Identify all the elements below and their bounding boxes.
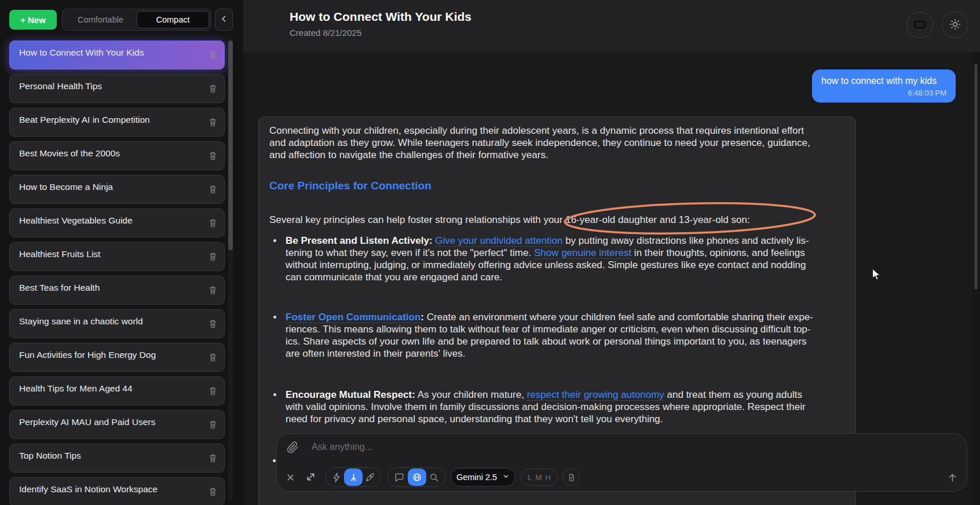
chat-list-item[interactable]: Fun Activities for High Energy Dog (9, 343, 225, 372)
delete-chat-button[interactable] (209, 84, 217, 93)
chat-list-item[interactable]: Staying sane in a chaotic world (9, 309, 225, 338)
lightning-button[interactable] (331, 472, 342, 483)
chat-list-item[interactable]: Best Teas for Health (9, 276, 225, 305)
delete-chat-button[interactable] (209, 50, 217, 60)
bullet-item: Foster Open Communication: Create an env… (286, 311, 813, 360)
inline-link[interactable]: Foster Open Communication (286, 312, 420, 323)
trash-icon (209, 288, 217, 297)
bullet-dot (273, 393, 276, 396)
theme-toggle-button[interactable] (942, 12, 968, 38)
scroll-to-top-arrow[interactable] (946, 471, 959, 486)
expand-button[interactable] (305, 471, 317, 483)
web-search-button[interactable] (408, 469, 426, 486)
density-option[interactable]: Compact (137, 11, 209, 28)
new-chat-button[interactable]: + New (9, 10, 57, 30)
text-segment: riences. This means allowing them to tal… (286, 324, 810, 335)
density-option[interactable]: Comfortable (64, 11, 137, 28)
trash-icon (209, 456, 217, 464)
chat-list-item[interactable]: Perplexity AI MAU and Paid Users (9, 410, 225, 439)
attach-button[interactable] (286, 441, 299, 454)
message-timestamp: 6:48:03 PM (821, 89, 946, 97)
text-segment: tening to what they say, even if it's no… (286, 247, 534, 258)
delete-chat-button[interactable] (209, 218, 217, 228)
delete-chat-button[interactable] (209, 286, 217, 295)
display-mode-button[interactable] (906, 12, 933, 38)
chat-list-item[interactable]: How to Connect With Your Kids (9, 41, 225, 69)
inline-link[interactable]: Show genuine interest (534, 247, 631, 258)
delete-chat-button[interactable] (209, 453, 217, 463)
chat-list-item[interactable]: Healthiest Vegetables Guide (9, 208, 225, 237)
chevron-down-icon (502, 473, 510, 482)
delete-chat-button[interactable] (209, 319, 217, 328)
bullet-dot (273, 316, 276, 319)
delete-chat-button[interactable] (209, 252, 217, 261)
trash-icon (209, 321, 217, 330)
chat-title: Best Movies of the 2000s (19, 148, 120, 158)
close-button[interactable] (286, 473, 295, 482)
delete-chat-button[interactable] (209, 420, 217, 429)
rocket-button[interactable] (364, 472, 375, 483)
text-segment: need for privacy and personal space, und… (286, 413, 663, 425)
chat-list-item[interactable]: Beat Perplexity AI in Competition (9, 108, 225, 137)
tools-pill (387, 467, 446, 487)
inline-link[interactable]: respect their growing autonomy (527, 389, 664, 400)
text-segment: Create an environment where your childre… (424, 312, 813, 323)
chat-title: How to Become a Ninja (19, 182, 113, 192)
chat-list-item[interactable]: Top Notion Tips (9, 444, 225, 473)
delete-chat-button[interactable] (209, 487, 217, 496)
search-button[interactable] (429, 472, 440, 483)
section-heading: Core Principles for Connection (269, 180, 432, 192)
bullet-item: Encourage Mutual Respect: As your childr… (286, 389, 806, 425)
chat-list-item[interactable]: Healthiest Fruits List (9, 242, 225, 271)
sidebar-collapse-button[interactable] (215, 9, 233, 31)
text-segment: Several key principles can help foster s… (269, 214, 750, 225)
chevron-left-icon (220, 14, 228, 25)
effort-level-button[interactable]: L (528, 473, 532, 482)
chat-list-item[interactable]: Personal Health Tips (9, 74, 225, 103)
chat-header: How to Connect With Your Kids Created 8/… (243, 0, 980, 52)
trash-icon (209, 422, 217, 431)
message-input[interactable] (310, 441, 834, 453)
chat-list-item[interactable]: Best Movies of the 2000s (9, 141, 225, 170)
chat-bubble-button[interactable] (394, 472, 405, 483)
main-scrollbar-thumb[interactable] (974, 64, 978, 290)
chat-title: Healthiest Vegetables Guide (19, 215, 133, 225)
tree-mode-button[interactable] (344, 469, 363, 486)
trash-icon (209, 355, 217, 364)
document-button[interactable] (562, 469, 580, 486)
delete-chat-button[interactable] (209, 151, 217, 160)
model-selector[interactable]: Gemini 2.5 (451, 468, 515, 486)
document-icon (567, 473, 576, 482)
chat-list-item[interactable]: How to Become a Ninja (9, 175, 225, 204)
chat-title: Personal Health Tips (19, 81, 102, 91)
text-segment: in their thoughts, opinions, and feeling… (631, 247, 805, 258)
bullet-dot (273, 459, 276, 462)
close-icon (286, 475, 295, 484)
chat-title: Best Teas for Health (19, 283, 100, 292)
trash-icon (209, 489, 217, 498)
delete-chat-button[interactable] (209, 185, 217, 194)
magnifier-icon (429, 476, 440, 485)
text-segment: without interrupting, judging, or immedi… (286, 259, 806, 270)
delete-chat-button[interactable] (209, 118, 217, 127)
effort-level-button[interactable]: H (545, 473, 551, 482)
text-segment: and treat them as young adults (664, 389, 802, 400)
chat-list-item[interactable]: Health Tips for Men Aged 44 (9, 376, 225, 405)
text-segment: and affection to navigate the challenges… (269, 149, 548, 160)
sidebar-scrollbar-thumb[interactable] (228, 41, 233, 250)
text-segment: and adaptation as they grow. While teena… (269, 137, 810, 148)
inline-link[interactable]: Give your undivided attention (435, 235, 562, 246)
rocket-icon (364, 476, 375, 485)
delete-chat-button[interactable] (209, 353, 217, 362)
trash-icon (209, 86, 217, 95)
page-title: How to Connect With Your Kids (290, 10, 471, 24)
chat-list-item[interactable]: Identify SaaS in Notion Workspace (9, 477, 225, 505)
text-segment: with valid opinions. Involve them in fam… (286, 401, 806, 412)
effort-level-button[interactable]: M (535, 473, 542, 482)
user-message-text: how to connect with my kids (821, 76, 946, 86)
trash-icon (209, 254, 217, 263)
chat-panel: How to Connect With Your Kids Created 8/… (243, 0, 980, 505)
delete-chat-button[interactable] (209, 386, 217, 396)
trash-icon (209, 187, 217, 196)
user-message-bubble: how to connect with my kids 6:48:03 PM (812, 69, 956, 103)
